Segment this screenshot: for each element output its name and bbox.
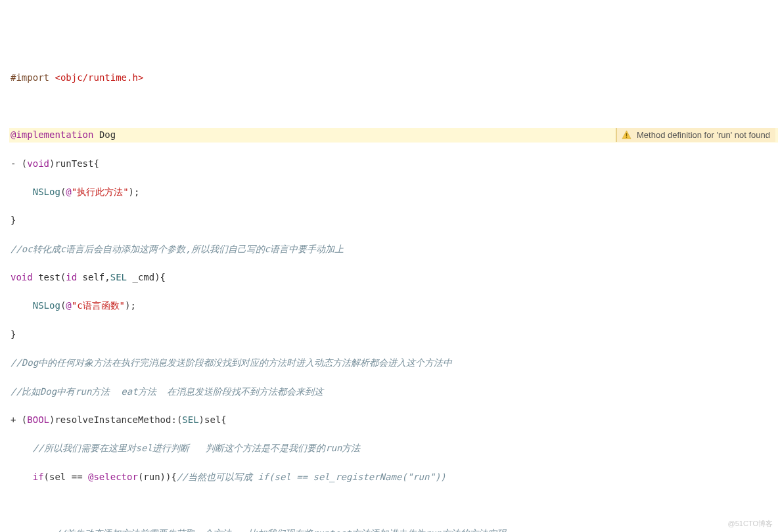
- selector-keyword: @selector: [88, 472, 138, 482]
- preprocessor-keyword: #import: [11, 72, 49, 83]
- code-line[interactable]: if(sel == @selector(run)){//当然也可以写成 if(s…: [9, 470, 778, 485]
- sel-type: SEL: [182, 414, 198, 425]
- comment: //比如Dog中有run方法 eat方法 在消息发送阶段找不到方法都会来到这: [11, 386, 323, 397]
- param: self,: [77, 272, 110, 282]
- header-path: <objc/runtime.h>: [55, 72, 143, 83]
- indent: [11, 472, 33, 482]
- implementation-keyword: @implementation: [11, 129, 93, 140]
- close-brace: }: [11, 215, 16, 225]
- code-editor[interactable]: #import <objc/runtime.h> @implementation…: [0, 57, 778, 532]
- method-prefix: + (: [11, 414, 27, 425]
- method-signature: )resolveInstanceMethod:(: [49, 414, 182, 425]
- comment: //当然也可以写成 if(sel == sel_registerName("ru…: [177, 472, 446, 482]
- string-literal: "c语言函数": [72, 300, 125, 311]
- sel-type: SEL: [110, 272, 127, 282]
- code-line[interactable]: #import <objc/runtime.h>: [9, 71, 778, 85]
- param: )sel{: [199, 414, 227, 425]
- void-keyword: void: [11, 272, 33, 282]
- indent: [11, 300, 33, 311]
- code-line[interactable]: - (void)runTest{: [9, 157, 778, 171]
- code-line-empty[interactable]: [9, 100, 778, 114]
- if-keyword: if: [33, 472, 44, 482]
- code-line[interactable]: + (BOOL)resolveInstanceMethod:(SEL)sel{: [9, 413, 778, 428]
- code-line[interactable]: void test(id self,SEL _cmd){: [9, 271, 778, 285]
- comment: //所以我们需要在这里对sel进行判断 判断这个方法是不是我们要的run方法: [33, 443, 361, 453]
- code-line[interactable]: NSLog(@"c语言函数");: [9, 299, 778, 313]
- nslog-call: NSLog: [33, 187, 60, 197]
- comment: //Dog中的任何对象方法在执行完消息发送阶段都没找到对应的方法时进入动态方法解…: [11, 357, 452, 368]
- condition: (sel ==: [44, 472, 88, 482]
- bool-keyword: BOOL: [27, 414, 49, 425]
- code-line[interactable]: //Dog中的任何对象方法在执行完消息发送阶段都没找到对应的方法时进入动态方法解…: [9, 356, 778, 370]
- indent: [11, 443, 33, 453]
- indent: [11, 187, 33, 197]
- string-literal: "执行此方法": [72, 187, 129, 197]
- comment: //首先动态添加方法前需要先获取一个方法 比如我们现在将runtest方法添加进…: [55, 528, 505, 532]
- code-line[interactable]: //首先动态添加方法前需要先获取一个方法 比如我们现在将runtest方法添加进…: [9, 527, 778, 532]
- void-keyword: void: [27, 158, 49, 169]
- code-line[interactable]: NSLog(@"执行此方法");: [9, 185, 778, 200]
- code-line[interactable]: //比如Dog中有run方法 eat方法 在消息发送阶段找不到方法都会来到这: [9, 385, 778, 399]
- code-line[interactable]: }: [9, 213, 778, 228]
- indent: [11, 528, 55, 532]
- watermark: @51CTO博客: [728, 518, 773, 529]
- code-line[interactable]: }: [9, 328, 778, 342]
- id-keyword: id: [66, 272, 77, 282]
- paren-close: );: [129, 187, 140, 197]
- paren-close: );: [125, 300, 136, 311]
- comment: //oc转化成c语言后会自动添加这两个参数,所以我们自己写的c语言中要手动加上: [11, 244, 344, 254]
- svg-rect-0: [626, 133, 627, 137]
- code-line[interactable]: //oc转化成c语言后会自动添加这两个参数,所以我们自己写的c语言中要手动加上: [9, 242, 778, 257]
- class-name: Dog: [99, 129, 116, 140]
- code-line-empty[interactable]: [9, 499, 778, 513]
- code-line-warning[interactable]: @implementation DogMethod definition for…: [9, 128, 778, 143]
- warning-text: Method definition for 'run' not found: [637, 129, 770, 142]
- method-prefix: - (: [11, 158, 27, 169]
- objc-at: @: [66, 187, 71, 197]
- svg-rect-1: [626, 137, 627, 139]
- warning-banner[interactable]: Method definition for 'run' not found: [616, 128, 775, 142]
- param: _cmd){: [127, 272, 166, 282]
- func-name: test(: [33, 272, 66, 282]
- close-brace: }: [11, 329, 16, 340]
- method-signature: )runTest{: [49, 158, 99, 169]
- selector-arg: (run)){: [138, 472, 177, 482]
- code-line[interactable]: //所以我们需要在这里对sel进行判断 判断这个方法是不是我们要的run方法: [9, 441, 778, 456]
- warning-icon: [621, 130, 631, 141]
- objc-at: @: [66, 300, 71, 311]
- nslog-call: NSLog: [33, 300, 60, 311]
